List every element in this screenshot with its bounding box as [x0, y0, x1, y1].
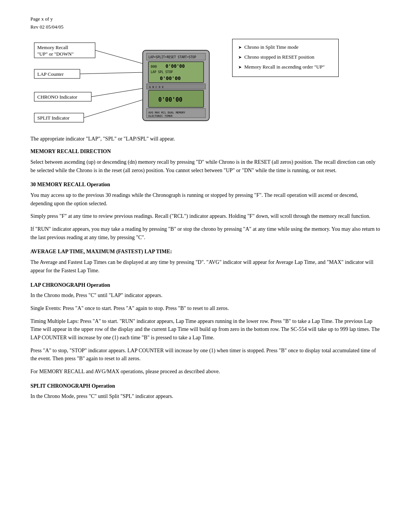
svg-line-9 [95, 50, 143, 64]
para-split-chrono-0: In the Chrono Mode, press "C" until Spli… [30, 392, 381, 401]
svg-text:000: 000 [151, 65, 157, 69]
section-memory-recall-direction: MEMORY RECALL DIRECTION Select between a… [30, 147, 381, 174]
para-average-lap-0: The Average and Fastest Lap Times can be… [30, 258, 381, 275]
page-revision: Rev 02 05/04/05 [30, 23, 381, 31]
para-memory-recall-op-2: If "RUN" indicator appears, you may take… [30, 225, 381, 241]
section-memory-recall-operation: 30 MEMORY RECALL Operation You may acces… [30, 181, 381, 241]
para-lap-chrono-3: Press "A" to stop, "STOP" indicator appe… [30, 347, 381, 363]
para-lap-chrono-0: In the Chrono mode, Press "C" until "LAP… [30, 291, 381, 300]
para-memory-recall-op-0: You may access up to the previous 30 rea… [30, 191, 381, 208]
diagram-svg: Memory Recall "UP" or "DOWN" LAP Counter… [30, 39, 221, 126]
svg-text:ELECTONIC TIMER: ELECTONIC TIMER [148, 115, 173, 118]
condition-2: Chrono stopped in RESET position [238, 53, 333, 61]
intro-text: The appropriate indicator "LAP", "SPL" o… [30, 135, 381, 143]
heading-memory-recall-operation: 30 MEMORY RECALL Operation [30, 181, 381, 189]
svg-text:0'00'00: 0'00'00 [160, 75, 181, 81]
heading-memory-recall-direction: MEMORY RECALL DIRECTION [30, 147, 381, 156]
svg-text:Memory Recall: Memory Recall [37, 45, 68, 50]
svg-line-11 [91, 88, 143, 97]
svg-line-12 [84, 100, 143, 118]
svg-text:LAP Counter: LAP Counter [37, 71, 64, 77]
svg-text:0'00'00: 0'00'00 [158, 96, 182, 103]
diagram-left: Memory Recall "UP" or "DOWN" LAP Counter… [30, 39, 221, 128]
section-lap-chronograph: LAP CHRONOGRAPH Operation In the Chrono … [30, 281, 381, 376]
heading-lap-chronograph: LAP CHRONOGRAPH Operation [30, 281, 381, 289]
svg-text:SPLIT Indicator: SPLIT Indicator [37, 115, 70, 121]
condition-3: Memory Recall in ascending order "UP" [238, 63, 333, 71]
heading-average-lap-time: AVERAGE LAP TIME, MAXIMUM (FASTEST) LAP … [30, 248, 381, 256]
svg-text:A   B   C   D   E: A B C D E [149, 86, 164, 89]
heading-split-chronograph: SPLIT CHRONOGRAPH Operation [30, 382, 381, 390]
para-memory-recall-direction-0: Select between ascending (up) or descend… [30, 158, 381, 174]
page-header: Page x of y Rev 02 05/04/05 [30, 15, 381, 31]
right-conditions-box: Chrono in Split Time mode Chrono stopped… [232, 39, 339, 77]
para-lap-chrono-1: Single Events: Press "A" once to start. … [30, 304, 381, 313]
section-split-chronograph: SPLIT CHRONOGRAPH Operation In the Chron… [30, 382, 381, 401]
para-lap-chrono-4: For MEMORY RECALL and AVG/MAX operations… [30, 367, 381, 376]
page-number: Page x of y [30, 15, 381, 23]
svg-text:0'00'00: 0'00'00 [166, 64, 185, 69]
svg-text:AVG  MAX  RCL  DUAL MEMORY: AVG MAX RCL DUAL MEMORY [148, 111, 186, 114]
section-average-lap-time: AVERAGE LAP TIME, MAXIMUM (FASTEST) LAP … [30, 248, 381, 275]
svg-text:CHRONO Indicator: CHRONO Indicator [37, 94, 78, 100]
svg-text:"UP" or "DOWN": "UP" or "DOWN" [37, 51, 74, 57]
svg-line-10 [80, 72, 143, 74]
condition-1: Chrono in Split Time mode [238, 43, 333, 51]
svg-text:LAP•SPLIT•RESET    START•STOP: LAP•SPLIT•RESET START•STOP [148, 56, 196, 59]
diagram-section: Memory Recall "UP" or "DOWN" LAP Counter… [30, 39, 381, 128]
svg-text:LAP  SPL  STOP: LAP SPL STOP [151, 70, 173, 74]
para-lap-chrono-2: Timing Multiple Laps: Press "A" to start… [30, 317, 381, 342]
para-memory-recall-op-1: Simply press "F" at any time to review p… [30, 212, 381, 220]
conditions-list: Chrono in Split Time mode Chrono stopped… [238, 43, 333, 71]
